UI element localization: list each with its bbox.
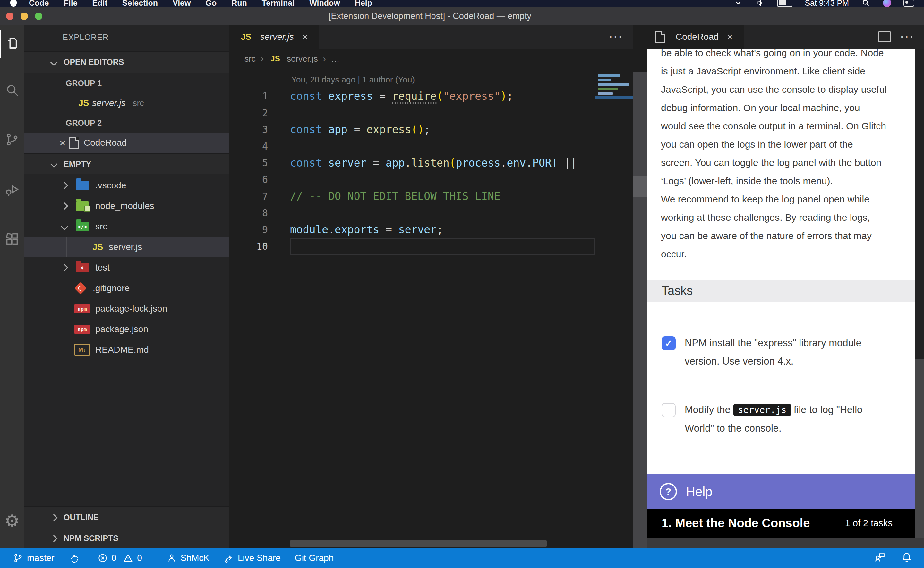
breadcrumb-src[interactable]: src — [244, 54, 256, 64]
status-item-shmck[interactable]: ShMcK — [166, 553, 210, 563]
volume-icon[interactable] — [755, 0, 765, 7]
settings-gear-icon[interactable]: ⚙ — [0, 506, 24, 535]
npm-scripts-section-header[interactable]: NPM SCRIPTS — [24, 528, 229, 548]
siri-icon[interactable] — [883, 0, 891, 7]
tree-item-readme-md[interactable]: M↓README.md — [24, 340, 229, 360]
tree-item-server-js[interactable]: JSserver.js — [24, 237, 229, 257]
task-checkbox[interactable]: ✓ — [662, 336, 676, 350]
window-titlebar: [Extension Development Host] - CodeRoad … — [0, 7, 924, 25]
menu-item-go[interactable]: Go — [205, 0, 217, 7]
gitlens-blame[interactable]: You, 20 days ago | 1 author (You) — [229, 71, 633, 88]
panel-scrollbar-thumb[interactable] — [915, 360, 924, 538]
menu-item-window[interactable]: Window — [309, 0, 340, 7]
explorer-icon[interactable] — [0, 30, 24, 58]
horizontal-scrollbar[interactable] — [290, 541, 547, 547]
editor-panel-sash[interactable] — [633, 25, 647, 548]
split-editor-icon[interactable] — [878, 32, 891, 42]
notifications-bell-icon[interactable] — [901, 551, 912, 565]
markdown-icon: M↓ — [74, 344, 90, 355]
editor-more-actions-icon[interactable]: ··· — [609, 32, 624, 42]
code-editor[interactable]: You, 20 days ago | 1 author (You) 1const… — [229, 71, 633, 255]
code-line-3[interactable]: 3const app = express(); — [229, 121, 633, 138]
tree-item--gitignore[interactable]: .gitignore — [24, 278, 229, 298]
battery-icon[interactable] — [777, 0, 793, 7]
code-line-8[interactable]: 8 — [229, 205, 633, 221]
menu-item-view[interactable]: View — [173, 0, 191, 7]
help-bar[interactable]: ? Help — [647, 474, 915, 509]
lesson-text-line: would see the console output in a termin… — [661, 117, 905, 135]
folder-section-header[interactable]: EMPTY — [24, 153, 229, 174]
lesson-text-line: screen. You can toggle the log panel wit… — [661, 153, 905, 172]
lesson-footer[interactable]: 1. Meet the Node Console 1 of 2 tasks — [647, 509, 915, 538]
close-tab-icon[interactable]: × — [724, 32, 736, 42]
control-center-icon[interactable] — [903, 0, 914, 7]
code-line-6[interactable]: 6 — [229, 171, 633, 188]
zoom-window-button[interactable] — [35, 12, 42, 20]
menu-item-terminal[interactable]: Terminal — [262, 0, 294, 7]
tree-item--vscode[interactable]: .vscode — [24, 175, 229, 196]
menu-item-selection[interactable]: Selection — [122, 0, 158, 7]
tree-item-package-lock-json[interactable]: npmpackage-lock.json — [24, 298, 229, 319]
status-item-0[interactable]: 0 — [123, 553, 142, 563]
status-item-0[interactable]: 0 — [98, 553, 117, 563]
extensions-icon[interactable] — [0, 225, 24, 254]
breadcrumb-file[interactable]: server.js — [287, 54, 318, 64]
open-editor-item-coderoad[interactable]: ×CodeRoad — [24, 133, 229, 153]
status-item-label: Live Share — [238, 553, 281, 563]
feedback-icon[interactable] — [874, 551, 885, 565]
tree-item-node-modules[interactable]: node_modules — [24, 196, 229, 216]
menubar-clock[interactable]: Sat 9:43 PM — [805, 0, 849, 7]
code-line-1[interactable]: 1const express = require("express"); — [229, 88, 633, 104]
code-line-2[interactable]: 2 — [229, 104, 633, 121]
code-line-7[interactable]: 7// -- DO NOT EDIT BELOW THIS LINE — [229, 188, 633, 205]
open-editor-item-server-js[interactable]: JSserver.jssrc — [24, 93, 229, 113]
lesson-text-line: you can be aware of the nature of errors… — [661, 227, 905, 245]
run-debug-icon[interactable] — [0, 175, 24, 204]
status-item-sync[interactable] — [69, 553, 80, 563]
close-window-button[interactable] — [6, 12, 14, 20]
outline-section-header[interactable]: OUTLINE — [24, 506, 229, 528]
lesson-text-line: working at these challenges. By reading … — [661, 208, 905, 227]
line-number: 2 — [229, 104, 268, 121]
tree-item-package-json[interactable]: npmpackage.json — [24, 319, 229, 340]
help-label: Help — [686, 485, 712, 499]
menu-item-file[interactable]: File — [64, 0, 78, 7]
lesson-text-line: occur. — [661, 245, 905, 263]
status-item-master[interactable]: master — [13, 553, 54, 563]
menu-item-help[interactable]: Help — [355, 0, 372, 7]
line-number: 9 — [229, 221, 268, 238]
code-line-5[interactable]: 5const server = app.listen(process.env.P… — [229, 155, 633, 171]
js-file-icon: JS — [238, 31, 255, 43]
minimap[interactable] — [595, 71, 633, 168]
menu-item-code[interactable]: Code — [29, 0, 49, 7]
menu-item-run[interactable]: Run — [231, 0, 247, 7]
status-item-label: 0 — [112, 553, 117, 563]
code-line-9[interactable]: 9module.exports = server; — [229, 221, 633, 238]
tree-item-test[interactable]: ⌖test — [24, 257, 229, 278]
status-item-git-graph[interactable]: Git Graph — [295, 553, 334, 563]
line-number: 5 — [229, 155, 268, 171]
breadcrumb[interactable]: src › JS server.js › … — [244, 49, 339, 69]
tab-server-js[interactable]: JS server.js × — [229, 25, 319, 49]
tab-coderoad[interactable]: CodeRoad × — [647, 25, 744, 49]
menu-item-edit[interactable]: Edit — [92, 0, 107, 7]
source-control-icon[interactable] — [0, 125, 24, 154]
panel-scrollbar-track[interactable] — [915, 49, 924, 360]
apple-icon[interactable] — [10, 0, 17, 7]
spotlight-icon[interactable] — [861, 0, 871, 7]
task-checkbox[interactable] — [662, 403, 676, 417]
search-icon[interactable] — [0, 76, 24, 104]
breadcrumb-symbol[interactable]: … — [331, 54, 339, 64]
scrollbar-thumb[interactable] — [633, 176, 647, 197]
line-number: 6 — [229, 171, 268, 188]
close-editor-icon[interactable]: × — [56, 137, 69, 148]
open-editors-header[interactable]: OPEN EDITORS — [24, 51, 229, 73]
close-tab-icon[interactable]: × — [300, 32, 311, 42]
minimize-window-button[interactable] — [21, 12, 28, 20]
tree-item-src[interactable]: </>src — [24, 216, 229, 237]
chevron-down-icon[interactable] — [733, 0, 743, 7]
code-line-4[interactable]: 4 — [229, 138, 633, 155]
panel-more-actions-icon[interactable]: ··· — [901, 32, 915, 42]
status-item-live-share[interactable]: Live Share — [224, 553, 281, 563]
tree-item-label: server.js — [109, 242, 142, 252]
